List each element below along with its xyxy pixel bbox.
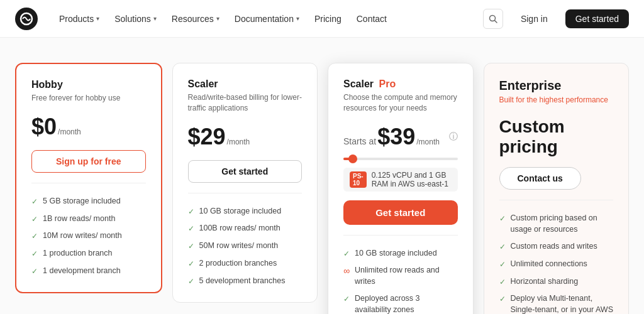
nav-solutions[interactable]: Solutions ▾ bbox=[108, 10, 163, 28]
scaler-title: Scaler bbox=[188, 78, 303, 90]
scaler-pro-features: ✓10 GB storage included ∞Unlimited row r… bbox=[343, 248, 458, 314]
hobby-title: Hobby bbox=[31, 79, 146, 90]
scaler-pro-title: Scaler Pro bbox=[343, 78, 458, 90]
hobby-price-value: $0 bbox=[31, 114, 57, 140]
enterprise-subtitle: Built for the highest performance bbox=[499, 95, 614, 104]
list-item: ✓5 GB storage included bbox=[31, 196, 146, 207]
scaler-features: ✓10 GB storage included ✓100B row reads/… bbox=[188, 206, 303, 287]
nav-items: Products ▾ Solutions ▾ Resources ▾ Docum… bbox=[53, 10, 483, 28]
list-item: ∞Unlimited row reads and writes bbox=[343, 265, 458, 287]
scaler-price-period: /month bbox=[227, 138, 250, 146]
check-icon: ✓ bbox=[188, 241, 194, 252]
check-icon: ✓ bbox=[499, 259, 506, 270]
check-icon: ✓ bbox=[31, 214, 38, 225]
scaler-card: Scaler Read/write-based billing for lowe… bbox=[172, 63, 318, 303]
nav-right: Sign in Get started bbox=[483, 9, 629, 29]
list-item: ✓50M row writes/ month bbox=[188, 241, 303, 252]
pro-label: Pro bbox=[379, 78, 396, 89]
check-icon: ✓ bbox=[343, 294, 350, 305]
nav-documentation[interactable]: Documentation ▾ bbox=[228, 10, 306, 28]
list-item: ✓10M row writes/ month bbox=[31, 230, 146, 242]
check-icon: ✓ bbox=[499, 242, 506, 252]
nav-contact[interactable]: Contact bbox=[350, 10, 393, 28]
scaler-price-value: $29 bbox=[188, 124, 226, 150]
instance-badge: PS-10 0.125 vCPU and 1 GB RAM in AWS us-… bbox=[343, 168, 458, 192]
nav-products[interactable]: Products ▾ bbox=[53, 10, 106, 28]
scaler-pro-card: Scaler Pro Choose the compute and memory… bbox=[328, 63, 474, 314]
list-item: ✓1 development branch bbox=[31, 266, 146, 277]
chevron-down-icon: ▾ bbox=[96, 15, 99, 22]
check-icon: ✓ bbox=[31, 266, 38, 277]
scaler-cta-button[interactable]: Get started bbox=[188, 160, 303, 183]
enterprise-features: ✓Custom pricing based on usage or resour… bbox=[499, 213, 614, 314]
scaler-pro-subtitle: Choose the compute and memory resources … bbox=[343, 92, 458, 114]
list-item: ✓2 production branches bbox=[188, 258, 303, 269]
list-item: ✓Custom reads and writes bbox=[499, 241, 614, 252]
scaler-pro-price: Starts at $39 /month bbox=[343, 124, 440, 150]
check-icon: ✓ bbox=[31, 231, 38, 242]
check-icon: ✓ bbox=[188, 276, 194, 287]
check-icon: ✓ bbox=[499, 214, 506, 224]
instance-desc: 0.125 vCPU and 1 GB RAM in AWS us-east-1 bbox=[372, 171, 452, 188]
enterprise-price-label: Custom pricing bbox=[499, 117, 614, 157]
price-prefix: Starts at bbox=[343, 136, 376, 146]
enterprise-cta-button[interactable]: Contact us bbox=[499, 167, 581, 190]
instance-id-badge: PS-10 bbox=[350, 171, 367, 188]
scaler-pro-price-period: /month bbox=[416, 138, 440, 146]
list-item: ✓1 production branch bbox=[31, 248, 146, 259]
enterprise-card: Enterprise Built for the highest perform… bbox=[484, 63, 630, 314]
check-icon: ✓ bbox=[188, 259, 194, 269]
check-icon: ✓ bbox=[188, 224, 194, 234]
infinity-icon: ∞ bbox=[343, 265, 350, 278]
check-icon: ✓ bbox=[499, 294, 506, 305]
price-slider[interactable] bbox=[343, 158, 458, 160]
list-item: ✓Custom pricing based on usage or resour… bbox=[499, 213, 614, 235]
nav-resources[interactable]: Resources ▾ bbox=[165, 10, 226, 28]
list-item: ✓100B row reads/ month bbox=[188, 223, 303, 234]
hobby-subtitle: Free forever for hobby use bbox=[31, 93, 146, 104]
list-item: ✓Unlimited connections bbox=[499, 259, 614, 270]
navigation: Products ▾ Solutions ▾ Resources ▾ Docum… bbox=[0, 0, 644, 38]
list-item: ✓10 GB storage included bbox=[188, 206, 303, 217]
nav-pricing[interactable]: Pricing bbox=[308, 10, 348, 28]
scaler-pro-price-row: Starts at $39 /month ⓘ bbox=[343, 124, 458, 150]
svg-line-2 bbox=[494, 20, 497, 23]
pricing-section: Hobby Free forever for hobby use $0 /mon… bbox=[0, 38, 644, 314]
chevron-down-icon: ▾ bbox=[296, 15, 299, 22]
check-icon: ✓ bbox=[31, 249, 38, 259]
get-started-button[interactable]: Get started bbox=[565, 9, 629, 28]
enterprise-title: Enterprise bbox=[499, 78, 614, 93]
hobby-features: ✓5 GB storage included ✓1B row reads/ mo… bbox=[31, 196, 146, 277]
hobby-price: $0 /month bbox=[31, 114, 146, 140]
list-item: ✓5 development branches bbox=[188, 276, 303, 287]
signin-button[interactable]: Sign in bbox=[511, 10, 558, 28]
check-icon: ✓ bbox=[343, 249, 350, 259]
list-item: ✓10 GB storage included bbox=[343, 248, 458, 259]
check-icon: ✓ bbox=[188, 207, 194, 217]
list-item: ✓1B row reads/ month bbox=[31, 214, 146, 225]
hobby-card: Hobby Free forever for hobby use $0 /mon… bbox=[15, 63, 162, 293]
info-icon[interactable]: ⓘ bbox=[449, 131, 458, 143]
search-button[interactable] bbox=[483, 9, 503, 29]
list-item: ✓Horizontal sharding bbox=[499, 276, 614, 288]
list-item: ✓Deploy via Multi-tenant, Single-tenant,… bbox=[499, 293, 614, 314]
check-icon: ✓ bbox=[499, 277, 506, 288]
pricing-cards: Hobby Free forever for hobby use $0 /mon… bbox=[15, 63, 629, 314]
scaler-price: $29 /month bbox=[188, 124, 303, 150]
hobby-price-period: /month bbox=[58, 127, 81, 136]
hobby-cta-button[interactable]: Sign up for free bbox=[31, 150, 146, 173]
scaler-subtitle: Read/write-based billing for lower-traff… bbox=[188, 92, 303, 114]
check-icon: ✓ bbox=[31, 197, 38, 207]
scaler-pro-price-value: $39 bbox=[377, 124, 415, 150]
list-item: ✓Deployed across 3 availability zones bbox=[343, 293, 458, 314]
logo[interactable] bbox=[15, 8, 38, 30]
chevron-down-icon: ▾ bbox=[153, 15, 157, 22]
scaler-pro-cta-button[interactable]: Get started bbox=[343, 200, 458, 225]
chevron-down-icon: ▾ bbox=[216, 15, 219, 22]
